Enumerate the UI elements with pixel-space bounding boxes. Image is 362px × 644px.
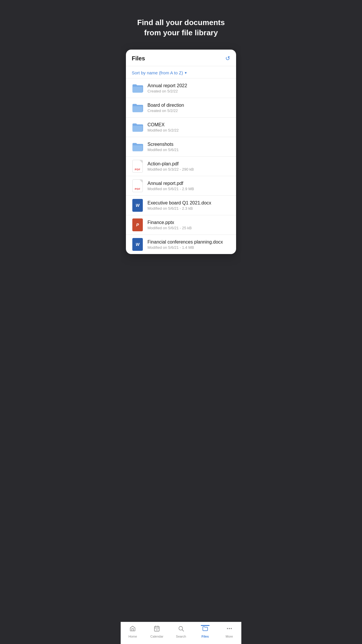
sort-row: Sort by name (from A to Z) ▾ [126,66,236,78]
file-meta: Modified on 5/6/21 - 25 kB [147,226,230,230]
pdf-icon: PDF [132,160,143,172]
folder-icon [132,121,143,133]
file-info: Financial conferences planning.docx Modi… [147,239,230,250]
file-item[interactable]: P Finance.pptx Modified on 5/6/21 - 25 k… [126,215,236,235]
file-info: Screenshots Modified on 5/6/21 [147,142,230,152]
file-name: Screenshots [147,142,230,147]
folder-icon [132,141,143,153]
file-meta: Modified on 5/2/22 [147,128,230,132]
file-item[interactable]: Board of direction Created on 5/2/22 [126,98,236,118]
file-list: Annual report 2022 Created on 5/2/22 Boa… [126,78,236,254]
file-item[interactable]: PDF Annual report.pdf Modified on 5/6/21… [126,176,236,196]
file-item[interactable]: Annual report 2022 Created on 5/2/22 [126,78,236,98]
file-item[interactable]: PDF Action-plan.pdf Modified on 5/3/22 -… [126,157,236,176]
file-item[interactable]: Screenshots Modified on 5/6/21 [126,137,236,157]
pdf-icon: PDF [132,180,143,192]
files-card: Files ↺ Sort by name (from A to Z) ▾ Ann… [126,50,236,254]
file-name: Annual report 2022 [147,83,230,88]
sort-label: Sort by name (from A to Z) [132,70,183,75]
word-icon: W [132,200,143,211]
file-name: Annual report.pdf [147,181,230,186]
file-meta: Modified on 5/6/21 - 1.4 MB [147,245,230,250]
card-header: Files ↺ [126,50,236,66]
file-info: COMEX Modified on 5/2/22 [147,122,230,132]
file-item[interactable]: W Financial conferences planning.docx Mo… [126,235,236,254]
file-name: Financial conferences planning.docx [147,239,230,245]
file-name: Finance.pptx [147,220,230,225]
file-meta: Modified on 5/6/21 [147,148,230,152]
word-icon: W [132,239,143,250]
sort-button[interactable]: Sort by name (from A to Z) ▾ [132,70,187,75]
file-name: Executive board Q1 2021.docx [147,200,230,206]
file-meta: Modified on 5/6/21 - 2.3 kB [147,206,230,211]
page-header-title: Find all your documents from your file l… [121,0,241,47]
file-meta: Created on 5/2/22 [147,108,230,113]
file-name: Board of direction [147,103,230,108]
file-info: Annual report 2022 Created on 5/2/22 [147,83,230,93]
folder-icon [132,102,143,113]
file-info: Action-plan.pdf Modified on 5/3/22 - 290… [147,161,230,172]
file-item[interactable]: COMEX Modified on 5/2/22 [126,118,236,137]
file-info: Finance.pptx Modified on 5/6/21 - 25 kB [147,220,230,230]
file-meta: Modified on 5/3/22 - 290 kB [147,167,230,172]
ppt-icon: P [132,219,143,231]
file-info: Executive board Q1 2021.docx Modified on… [147,200,230,211]
file-meta: Created on 5/2/22 [147,89,230,93]
file-name: Action-plan.pdf [147,161,230,167]
file-info: Annual report.pdf Modified on 5/6/21 - 2… [147,181,230,191]
file-meta: Modified on 5/6/21 - 2.9 MB [147,187,230,191]
file-info: Board of direction Created on 5/2/22 [147,103,230,113]
file-item[interactable]: W Executive board Q1 2021.docx Modified … [126,196,236,215]
refresh-button[interactable]: ↺ [225,55,230,62]
card-title: Files [132,55,145,62]
folder-icon [132,82,143,94]
file-name: COMEX [147,122,230,127]
sort-arrow-icon: ▾ [185,71,187,75]
